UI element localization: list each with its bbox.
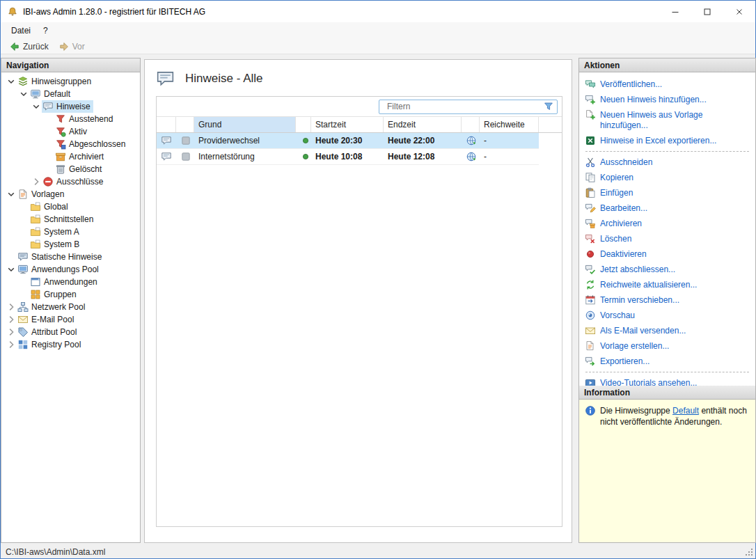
column-header-startzeit[interactable]: Startzeit xyxy=(311,117,384,132)
tree-item-system-a[interactable]: System A xyxy=(1,226,140,238)
tree-item-vorlagen[interactable]: Vorlagen xyxy=(1,188,140,200)
table-row-internetstörung[interactable]: InternetstörungHeute 10:08Heute 12:08- xyxy=(157,149,539,165)
action-kopieren[interactable]: Kopieren xyxy=(585,170,750,185)
column-header-endzeit[interactable]: Endzeit xyxy=(384,117,462,132)
tree-item-content: Attribut Pool xyxy=(17,326,79,338)
cell-startzeit: Heute 10:08 xyxy=(311,149,384,164)
action-reichweite-aktualisieren[interactable]: Reichweite aktualisieren... xyxy=(585,277,750,292)
column-header-reichweite[interactable]: Reichweite xyxy=(480,117,539,132)
action-archivieren[interactable]: Archivieren xyxy=(585,216,750,231)
chevron-right-icon[interactable] xyxy=(6,301,17,313)
actions-separator xyxy=(585,151,749,152)
chevron-down-icon[interactable] xyxy=(31,101,42,112)
cell-reach_icon xyxy=(462,149,480,164)
chevron-down-icon[interactable] xyxy=(6,189,17,200)
action-veröffentlichen[interactable]: Veröffentlichen... xyxy=(585,77,750,92)
tree-item-content: System A xyxy=(29,226,82,238)
tree-item-system-b[interactable]: System B xyxy=(1,238,140,251)
tree-item-content: Ausschlüsse xyxy=(42,175,106,188)
cell-reichweite: - xyxy=(480,133,539,148)
tree-item-registry-pool[interactable]: Registry Pool xyxy=(1,338,140,351)
default-group-icon xyxy=(30,88,41,100)
minimize-button[interactable] xyxy=(659,1,691,22)
minimize-icon xyxy=(670,6,681,17)
tree-item-label: Attribut Pool xyxy=(29,327,77,337)
action-löschen[interactable]: Löschen xyxy=(585,231,750,246)
filter-row xyxy=(157,97,562,116)
action-einfügen[interactable]: Einfügen xyxy=(585,185,750,200)
tree-item-default[interactable]: Default xyxy=(1,88,140,100)
chevron-right-icon[interactable] xyxy=(6,326,17,338)
action-label: Termin verschieben... xyxy=(600,294,679,306)
table-row-providerwechsel[interactable]: ProviderwechselHeute 20:30Heute 22:00- xyxy=(157,133,539,149)
action-neuen-hinweis-hinzufügen[interactable]: Neuen Hinweis hinzufügen... xyxy=(585,92,750,107)
tree-item-attribut-pool[interactable]: Attribut Pool xyxy=(1,326,140,338)
column-header-icon[interactable] xyxy=(157,117,176,132)
close-button[interactable] xyxy=(723,1,755,22)
tree-item-archiviert[interactable]: Archiviert xyxy=(1,150,140,163)
tree-item-e-mail-pool[interactable]: E-Mail Pool xyxy=(1,313,140,326)
tree-item-anwendungen[interactable]: Anwendungen xyxy=(1,276,140,288)
action-video-tutorials-ansehen[interactable]: Video-Tutorials ansehen... xyxy=(585,375,750,386)
chevron-down-icon[interactable] xyxy=(6,264,17,275)
action-vorlage-erstellen[interactable]: Vorlage erstellen... xyxy=(585,338,750,354)
chevron-right-icon[interactable] xyxy=(6,339,17,350)
tree-item-label: Global xyxy=(41,202,68,212)
action-neuen-hinweis-aus-vorlage-hinzufügen[interactable]: Neuen Hinweis aus Vorlage hinzufügen... xyxy=(585,107,750,133)
action-vorschau[interactable]: Vorschau xyxy=(585,308,750,323)
tree-item-content: Anwendungs Pool xyxy=(17,263,102,276)
tree-item-label: Archiviert xyxy=(66,152,104,162)
maximize-button[interactable] xyxy=(691,1,723,22)
menu-item-datei[interactable]: Datei xyxy=(5,24,37,38)
column-header-grund[interactable]: Grund xyxy=(194,117,296,132)
action-deaktivieren[interactable]: Deaktivieren xyxy=(585,246,750,262)
forward-button[interactable]: Vor xyxy=(54,40,90,53)
back-button[interactable]: Zurück xyxy=(4,40,54,53)
tree-item-ausschlüsse[interactable]: Ausschlüsse xyxy=(1,175,140,188)
chevron-down-icon[interactable] xyxy=(18,88,29,100)
column-header-icon[interactable] xyxy=(462,117,480,132)
chevron-down-icon[interactable] xyxy=(6,76,17,87)
back-icon xyxy=(9,41,20,52)
action-jetzt-abschliessen[interactable]: Jetzt abschliessen... xyxy=(585,262,750,277)
action-exportieren[interactable]: Exportieren... xyxy=(585,354,750,369)
chevron-right-icon[interactable] xyxy=(6,314,17,325)
tree-item-anwendungs-pool[interactable]: Anwendungs Pool xyxy=(1,263,140,276)
navigation-tree: HinweisgruppenDefaultHinweiseAusstehendA… xyxy=(1,72,140,542)
tree-item-gelöscht[interactable]: Gelöscht xyxy=(1,163,140,175)
tree-item-content: Anwendungen xyxy=(29,276,100,288)
resize-grip[interactable] xyxy=(744,547,754,557)
cell-grund: Internetstörung xyxy=(194,149,296,164)
action-termin-verschieben[interactable]: Termin verschieben... xyxy=(585,292,750,308)
tree-item-ausstehend[interactable]: Ausstehend xyxy=(1,113,140,125)
menu-item-help[interactable]: ? xyxy=(37,24,54,38)
tree-indent-spacer xyxy=(43,151,54,162)
hinweise-table: GrundStartzeitEndzeitReichweiteProviderw… xyxy=(157,116,562,165)
action-label: Löschen xyxy=(600,233,631,244)
filter-input[interactable] xyxy=(386,101,543,112)
filter-funnel-icon[interactable] xyxy=(543,101,554,112)
default-group-link[interactable]: Default xyxy=(672,406,699,416)
action-ausschneiden[interactable]: Ausschneiden xyxy=(585,155,750,170)
filter-active-icon xyxy=(55,126,66,137)
tree-item-gruppen[interactable]: Gruppen xyxy=(1,288,140,301)
tree-item-schnittstellen[interactable]: Schnittstellen xyxy=(1,213,140,226)
tree-item-label: Gelöscht xyxy=(66,164,102,174)
tree-item-abgeschlossen[interactable]: Abgeschlossen xyxy=(1,138,140,150)
tree-item-global[interactable]: Global xyxy=(1,200,140,213)
chevron-right-icon[interactable] xyxy=(31,176,42,187)
tree-item-hinweisgruppen[interactable]: Hinweisgruppen xyxy=(1,75,140,88)
action-bearbeiten[interactable]: Bearbeiten... xyxy=(585,200,750,216)
tree-item-content: Gruppen xyxy=(29,288,79,301)
tree-item-netzwerk-pool[interactable]: Netzwerk Pool xyxy=(1,301,140,313)
action-hinweise-in-excel-exportieren[interactable]: Hinweise in Excel exportieren... xyxy=(585,133,750,148)
tree-item-statische-hinweise[interactable]: Statische Hinweise xyxy=(1,251,140,263)
add-from-template-icon xyxy=(585,109,596,120)
action-als-e-mail-versenden[interactable]: Als E-Mail versenden... xyxy=(585,323,750,338)
tree-item-hinweise[interactable]: Hinweise xyxy=(1,100,140,113)
tree-item-content: Netzwerk Pool xyxy=(17,301,88,313)
column-header-icon[interactable] xyxy=(296,117,311,132)
column-header-icon[interactable] xyxy=(176,117,194,132)
tree-item-aktiv[interactable]: Aktiv xyxy=(1,125,140,138)
tree-item-label: Anwendungen xyxy=(41,277,97,287)
